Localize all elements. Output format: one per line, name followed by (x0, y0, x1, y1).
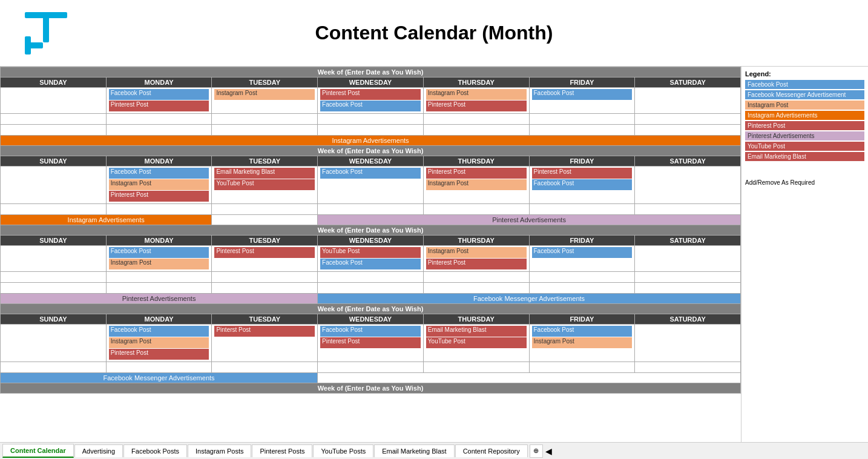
day-header-mon-4: MONDAY (106, 314, 212, 325)
w4-thu-2 (423, 362, 529, 373)
w4-mon-fb: Facebook Post (109, 326, 209, 337)
tab-email-marketing[interactable]: Email Marketing Blast (374, 444, 454, 457)
week4-row2 (1, 362, 741, 373)
w1-tue-ig: Instagram Post (214, 89, 315, 100)
day-header-row-1: SUNDAY MONDAY TUESDAY WEDNESDAY THURSDAY… (1, 78, 741, 88)
calendar-area[interactable]: Week of (Enter Date as You Wish) SUNDAY … (0, 67, 741, 442)
w4-mon-pin: Pinterest Post (109, 349, 209, 360)
w3-fri-1: Facebook Post (529, 246, 635, 272)
day-header-thu-2: THURSDAY (423, 156, 529, 167)
w4-thu-1: Email Marketing Blast YouTube Post (423, 325, 529, 362)
bottom-tabs: Content Calendar Advertising Facebook Po… (0, 442, 868, 459)
tab-youtube-posts[interactable]: YouTube Posts (313, 444, 373, 457)
w1-tue-3 (212, 125, 318, 136)
day-header-tue-1: TUESDAY (212, 78, 318, 88)
w1-sun-3 (1, 125, 107, 136)
w3-wed-2 (318, 272, 424, 283)
week3-row1: Facebook Post Instagram Post Pinterest P… (1, 246, 741, 272)
w2-tue-email: Email Marketing Blast (214, 168, 315, 179)
day-header-tue-2: TUESDAY (212, 156, 318, 167)
w2-mon-pin: Pinterest Post (109, 191, 209, 202)
week-header-5[interactable]: Week of (Enter Date as You Wish) (1, 383, 741, 394)
w3-tue-pin: Pinterest Post (214, 247, 315, 258)
legend-fb-msg-ads: Facebook Messenger Advertisement (745, 90, 864, 99)
w4-fri-ig: Instagram Post (532, 337, 633, 348)
w4-wed-1: Facebook Post Pinterest Post (318, 325, 424, 362)
tab-advertising[interactable]: Advertising (74, 444, 123, 457)
w2-fri-2 (529, 204, 635, 215)
w2-sun-2 (1, 204, 107, 215)
w3-thu-pin: Pinterest Post (426, 259, 527, 269)
w3-mon-1: Facebook Post Instagram Post (106, 246, 212, 272)
w2-thu-ig: Instagram Post (426, 179, 527, 190)
w2-thu-1: Pinterest Post Instagram Post (423, 167, 529, 204)
w2-fri-pin: Pinterest Post (532, 168, 633, 179)
w1-mon-3 (106, 125, 212, 136)
w3-mon-ig: Instagram Post (109, 259, 209, 269)
week1-row1: Facebook Post Pinterest Post Instagram P… (1, 88, 741, 114)
day-header-thu-3: THURSDAY (423, 236, 529, 246)
w3-mon-fb: Facebook Post (109, 247, 209, 258)
w2-ig-ads: Instagram Advertisements (1, 215, 212, 225)
day-header-sun-1: SUNDAY (1, 78, 107, 88)
w2-fri-1: Pinterest Post Facebook Post (529, 167, 635, 204)
w1-tue-2 (212, 114, 318, 125)
w4-sun-2 (1, 362, 107, 373)
week-header-4[interactable]: Week of (Enter Date as You Wish) (1, 304, 741, 314)
w2-mon-1: Facebook Post Instagram Post Pinterest P… (106, 167, 212, 204)
calendar-table: Week of (Enter Date as You Wish) SUNDAY … (0, 67, 741, 394)
week-header-3[interactable]: Week of (Enter Date as You Wish) (1, 225, 741, 236)
day-header-row-2: SUNDAY MONDAY TUESDAY WEDNESDAY THURSDAY… (1, 156, 741, 167)
w2-mon-ig: Instagram Post (109, 179, 209, 190)
week-header-2[interactable]: Week of (Enter Date as You Wish) (1, 146, 741, 156)
tab-pinterest-posts[interactable]: Pinterest Posts (252, 444, 312, 457)
day-header-fri-3: FRIDAY (529, 236, 635, 246)
w3-thu-1: Instagram Post Pinterest Post (423, 246, 529, 272)
w3-wed-3 (318, 283, 424, 294)
w2-wed-2 (318, 204, 424, 215)
day-header-sat-4: SATURDAY (635, 314, 741, 325)
week1-row3 (1, 125, 741, 136)
week4-row1: Facebook Post Instagram Post Pinterest P… (1, 325, 741, 362)
legend-email-blast: Email Marketing Blast (745, 152, 864, 161)
w4-sat-1 (635, 325, 741, 362)
w4-mon-ig: Instagram Post (109, 337, 209, 348)
w4-tue-2 (212, 362, 318, 373)
w2-thu-pin: Pinterest Post (426, 168, 527, 179)
w3-thu-2 (423, 272, 529, 283)
w2-sat-2 (635, 204, 741, 215)
w2-tue-1: Email Marketing Blast YouTube Post (212, 167, 318, 204)
day-header-sat-2: SATURDAY (635, 156, 741, 167)
w2-mon-2 (106, 204, 212, 215)
w3-fb-msg-ads: Facebook Messenger Advertisements (318, 294, 741, 304)
tab-nav-right[interactable]: ◀ (545, 446, 552, 456)
week2-row1: Facebook Post Instagram Post Pinterest P… (1, 167, 741, 204)
week3-ads-row: Pinterest Advertisements Facebook Messen… (1, 294, 741, 304)
tab-add-button[interactable]: ⊕ (530, 444, 543, 458)
w1-fri-fb: Facebook Post (532, 89, 633, 100)
day-header-wed-2: WEDNESDAY (318, 156, 424, 167)
tab-instagram-posts[interactable]: Instagram Posts (188, 444, 251, 457)
legend-yt-post: YouTube Post (745, 142, 864, 151)
week-header-row-2: Week of (Enter Date as You Wish) (1, 146, 741, 156)
w3-tue-1: Pinterest Post (212, 246, 318, 272)
tab-facebook-posts[interactable]: Facebook Posts (123, 444, 187, 457)
w2-tue-yt: YouTube Post (214, 179, 315, 190)
w1-mon-fb: Facebook Post (109, 89, 209, 100)
tab-content-repository[interactable]: Content Repository (455, 444, 528, 457)
w4-thu-yt: YouTube Post (426, 337, 527, 348)
w1-thu-2 (423, 114, 529, 125)
w2-sun-1 (1, 167, 107, 204)
w1-wed-fb: Facebook Post (320, 101, 421, 111)
w3-mon-2 (106, 272, 212, 283)
w1-thu-1: Instagram Post Pinterest Post (423, 88, 529, 114)
w2-wed-1: Facebook Post (318, 167, 424, 204)
day-header-sat-3: SATURDAY (635, 236, 741, 246)
w4-fri-1: Facebook Post Instagram Post (529, 325, 635, 362)
day-header-mon-1: MONDAY (106, 78, 212, 88)
w1-mon-pin: Pinterest Post (109, 101, 209, 111)
tab-content-calendar[interactable]: Content Calendar (2, 444, 74, 458)
day-header-thu-4: THURSDAY (423, 314, 529, 325)
header: Content Calendar (Month) (0, 0, 868, 67)
week-header-1[interactable]: Week of (Enter Date as You Wish) (1, 67, 741, 78)
